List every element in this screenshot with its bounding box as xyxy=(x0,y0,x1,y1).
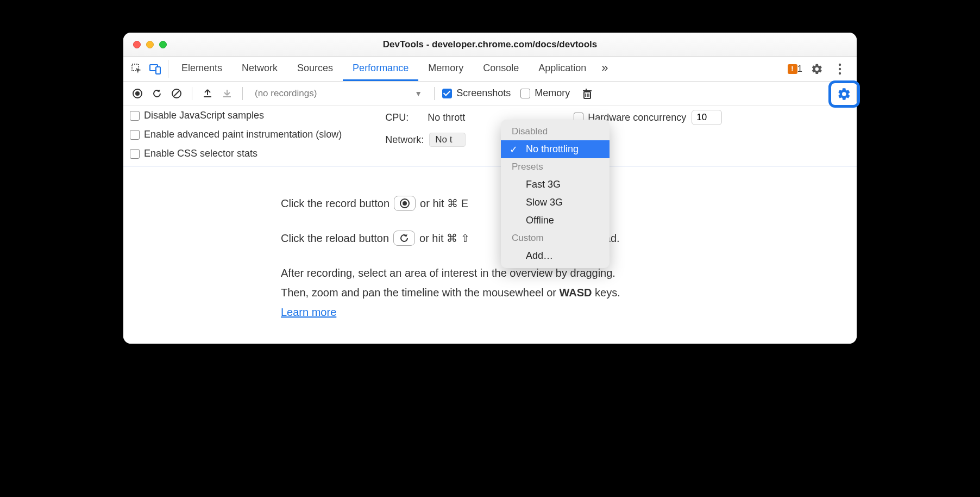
performance-toolbar: (no recordings) ▼ Screenshots Memory xyxy=(123,82,857,105)
overflow-icon: » xyxy=(601,61,608,75)
item-label: Offline xyxy=(526,215,554,226)
label: Enable advanced paint instrumentation (s… xyxy=(144,129,342,140)
svg-point-7 xyxy=(135,91,140,96)
tab-label: Application xyxy=(538,63,586,74)
recordings-select[interactable]: (no recordings) ▼ xyxy=(250,88,426,99)
memory-checkbox-input[interactable] xyxy=(520,89,530,98)
tab-label: Network xyxy=(242,63,278,74)
dropdown-header-disabled: Disabled xyxy=(501,123,610,140)
tabs-overflow[interactable]: » xyxy=(596,57,613,81)
memory-checkbox[interactable]: Memory xyxy=(520,88,570,99)
hint-text: Click the record button xyxy=(281,194,390,213)
issues-count: 1 xyxy=(797,64,802,74)
advanced-paint-checkbox[interactable]: Enable advanced paint instrumentation (s… xyxy=(130,129,342,140)
empty-state-hints: Click the record button or hit ⌘ E ding.… xyxy=(123,166,857,344)
devtools-window: DevTools - developer.chrome.com/docs/dev… xyxy=(123,33,857,344)
hint-text: or hit ⌘ E xyxy=(420,194,468,213)
network-throttling-dropdown: Disabled No throttling Presets Fast 3G S… xyxy=(501,120,610,268)
disable-js-samples-checkbox[interactable]: Disable JavaScript samples xyxy=(130,110,342,121)
select-value: No t xyxy=(435,134,452,145)
divider xyxy=(192,87,192,100)
reload-button-icon xyxy=(393,231,415,246)
dropdown-item-no-throttling[interactable]: No throttling xyxy=(501,140,610,158)
recordings-label: (no recordings) xyxy=(255,88,317,99)
tab-label: Memory xyxy=(428,63,463,74)
css-selector-stats-checkbox[interactable]: Enable CSS selector stats xyxy=(130,148,342,159)
collect-garbage-button[interactable] xyxy=(580,86,595,101)
svg-point-5 xyxy=(839,72,841,74)
settings-icon[interactable] xyxy=(809,61,825,77)
inspect-element-icon[interactable] xyxy=(128,57,146,81)
svg-point-3 xyxy=(839,63,841,65)
after-recording-hint: After recording, select an area of inter… xyxy=(281,263,835,322)
checkbox-input[interactable] xyxy=(130,149,140,159)
chevron-down-icon: ▼ xyxy=(414,89,422,98)
divider xyxy=(434,87,435,100)
dropdown-item-add[interactable]: Add… xyxy=(501,247,610,265)
record-button[interactable] xyxy=(130,86,145,101)
network-label: Network: xyxy=(374,134,424,146)
checkbox-input[interactable] xyxy=(130,130,140,140)
svg-line-9 xyxy=(174,91,179,96)
svg-point-4 xyxy=(839,67,841,70)
item-label: Fast 3G xyxy=(526,179,561,190)
tab-memory[interactable]: Memory xyxy=(418,57,473,81)
warning-badge-icon: ! xyxy=(788,64,797,74)
reload-record-button[interactable] xyxy=(149,86,165,101)
capture-settings-highlight xyxy=(828,80,860,108)
maximize-window-button[interactable] xyxy=(159,41,167,48)
cpu-label: CPU: xyxy=(374,112,422,123)
hardware-concurrency-input[interactable] xyxy=(692,110,722,125)
minimize-window-button[interactable] xyxy=(146,41,154,48)
tab-network[interactable]: Network xyxy=(232,57,287,81)
capture-settings-pane: Disable JavaScript samples Enable advanc… xyxy=(123,105,857,166)
tab-label: Performance xyxy=(353,63,409,74)
dropdown-item-slow-3g[interactable]: Slow 3G xyxy=(501,194,610,212)
tab-label: Elements xyxy=(181,63,222,74)
hint-text: Click the reload button xyxy=(281,228,389,248)
dropdown-header-presets: Presets xyxy=(501,158,610,176)
capture-settings-button[interactable] xyxy=(837,87,851,101)
dropdown-item-offline[interactable]: Offline xyxy=(501,212,610,229)
more-menu-icon[interactable] xyxy=(832,61,848,77)
cpu-value: No thrott xyxy=(428,112,465,123)
close-window-button[interactable] xyxy=(133,41,141,48)
dropdown-item-fast-3g[interactable]: Fast 3G xyxy=(501,176,610,194)
panel-tabbar: Elements Network Sources Performance Mem… xyxy=(123,57,857,82)
titlebar: DevTools - developer.chrome.com/docs/dev… xyxy=(123,33,857,57)
svg-point-17 xyxy=(403,201,407,206)
tab-elements[interactable]: Elements xyxy=(172,57,232,81)
svg-rect-2 xyxy=(156,67,160,74)
label: Enable CSS selector stats xyxy=(144,148,257,159)
screenshots-checkbox-input[interactable] xyxy=(442,89,452,98)
window-title: DevTools - developer.chrome.com/docs/dev… xyxy=(123,39,857,50)
divider xyxy=(242,87,243,100)
issues-indicator[interactable]: ! 1 xyxy=(788,64,802,74)
wasd-keys: WASD xyxy=(560,287,592,299)
tab-console[interactable]: Console xyxy=(473,57,529,81)
tab-performance[interactable]: Performance xyxy=(343,57,418,81)
dropdown-header-custom: Custom xyxy=(501,229,610,247)
network-throttling-select[interactable]: No t xyxy=(429,133,466,147)
device-toggle-icon[interactable] xyxy=(146,57,165,81)
screenshots-label: Screenshots xyxy=(456,88,511,99)
label: Disable JavaScript samples xyxy=(144,110,264,121)
item-label: Add… xyxy=(526,250,553,261)
checkbox-input[interactable] xyxy=(130,111,140,121)
screenshots-checkbox[interactable]: Screenshots xyxy=(442,88,511,99)
tabbar-right: ! 1 xyxy=(788,57,852,81)
item-label: Slow 3G xyxy=(526,197,563,208)
tab-application[interactable]: Application xyxy=(529,57,596,81)
traffic-lights xyxy=(133,41,167,48)
hint-text: or hit ⌘ ⇧ xyxy=(419,228,470,248)
record-button-icon xyxy=(394,196,416,211)
tab-label: Console xyxy=(483,63,519,74)
learn-more-link[interactable]: Learn more xyxy=(281,306,336,318)
upload-profile-button[interactable] xyxy=(200,86,215,101)
clear-button[interactable] xyxy=(169,86,184,101)
hint-line: Then, zoom and pan the timeline with the… xyxy=(281,283,835,302)
download-profile-button[interactable] xyxy=(219,86,235,101)
tab-sources[interactable]: Sources xyxy=(287,57,343,81)
tab-label: Sources xyxy=(297,63,333,74)
memory-label: Memory xyxy=(535,88,570,99)
